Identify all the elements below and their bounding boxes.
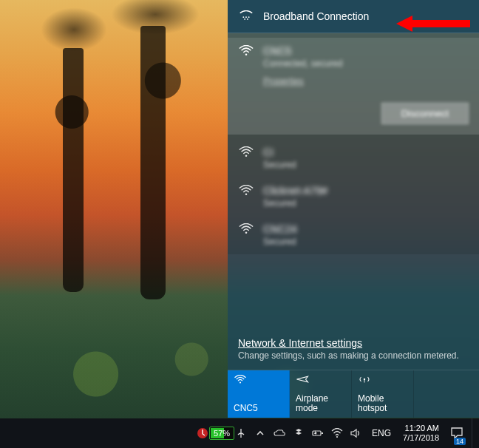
- svg-point-7: [245, 194, 248, 196]
- svg-point-16: [336, 436, 338, 438]
- wifi-ssid: CNC5: [263, 45, 342, 57]
- svg-point-5: [245, 54, 248, 56]
- chevron-up-icon[interactable]: [252, 418, 268, 448]
- disconnect-button[interactable]: Disconnect: [381, 103, 469, 124]
- tray-app-icon[interactable]: [233, 418, 249, 448]
- tile-hotspot[interactable]: Mobile hotspot: [352, 370, 414, 418]
- wifi-status: Secured: [263, 237, 297, 247]
- wifi-icon: [234, 375, 247, 387]
- svg-rect-11: [364, 379, 365, 383]
- power-icon[interactable]: [310, 418, 326, 448]
- svg-point-9: [239, 381, 241, 383]
- wifi-status: Secured: [263, 160, 296, 170]
- svg-rect-15: [322, 432, 323, 434]
- dropbox-icon[interactable]: [291, 418, 307, 448]
- svg-point-4: [247, 18, 248, 20]
- wifi-status: Secured: [263, 198, 327, 208]
- network-settings-link[interactable]: Network & Internet settings: [238, 337, 469, 349]
- system-tray: 57% ENG 11:: [194, 418, 476, 448]
- svg-rect-14: [313, 431, 321, 435]
- tile-wifi[interactable]: CNC5: [228, 370, 290, 418]
- wifi-icon: [238, 45, 254, 57]
- show-desktop-button[interactable]: [472, 418, 476, 448]
- wifi-item[interactable]: CI Secured: [228, 139, 479, 177]
- wifi-item[interactable]: Clicknet-A79# Secured: [228, 177, 479, 216]
- broadband-label: Broadband Connection: [263, 10, 369, 22]
- network-settings-block: Network & Internet settings Change setti…: [228, 330, 479, 370]
- wifi-ssid: Clicknet-A79#: [263, 185, 327, 197]
- wifi-ssid: CNC24: [263, 223, 297, 235]
- svg-point-3: [244, 18, 245, 20]
- notification-badge: 14: [454, 438, 466, 445]
- wifi-icon[interactable]: [329, 418, 345, 448]
- volume-icon[interactable]: [348, 418, 364, 448]
- dialup-icon: [238, 10, 254, 22]
- battery-indicator[interactable]: 57%: [214, 418, 230, 448]
- clock-date: 7/17/2018: [403, 433, 439, 443]
- tray-app-icon[interactable]: [194, 418, 211, 448]
- clock[interactable]: 11:20 AM 7/17/2018: [398, 424, 444, 442]
- wifi-item-connected[interactable]: CNC5 Connected, secured Properties Disco…: [228, 38, 479, 135]
- svg-point-6: [245, 155, 248, 157]
- hotspot-icon: [358, 375, 371, 387]
- wifi-icon: [238, 185, 254, 197]
- svg-point-2: [248, 16, 250, 18]
- tile-airplane[interactable]: Airplane mode: [290, 370, 352, 418]
- tile-label: Mobile hotspot: [358, 394, 407, 413]
- network-settings-sub: Change settings, such as making a connec…: [238, 350, 469, 361]
- svg-point-0: [242, 16, 244, 18]
- svg-point-1: [245, 16, 247, 18]
- taskbar: 57% ENG 11:: [0, 418, 479, 448]
- language-indicator[interactable]: ENG: [367, 428, 395, 438]
- action-center-icon[interactable]: 14: [446, 418, 467, 448]
- airplane-icon: [296, 375, 309, 387]
- wifi-icon: [238, 146, 254, 158]
- wifi-status: Connected, secured: [263, 58, 342, 69]
- svg-point-8: [245, 232, 248, 234]
- tile-label: Airplane mode: [296, 394, 345, 413]
- clock-time: 11:20 AM: [405, 424, 439, 433]
- quick-tiles: CNC5 Airplane mode Mobile hotspot: [228, 370, 479, 418]
- wifi-ssid: CI: [263, 146, 296, 158]
- properties-link[interactable]: Properties: [263, 76, 342, 86]
- broadband-connection-item[interactable]: Broadband Connection: [228, 0, 479, 33]
- wifi-item[interactable]: CNC24 Secured: [228, 216, 479, 254]
- network-flyout: Broadband Connection CNC5 Connected, sec…: [228, 0, 479, 418]
- wifi-icon: [238, 223, 254, 235]
- tile-label: CNC5: [234, 404, 283, 413]
- onedrive-icon[interactable]: [271, 418, 288, 448]
- battery-percent: 57%: [211, 429, 232, 438]
